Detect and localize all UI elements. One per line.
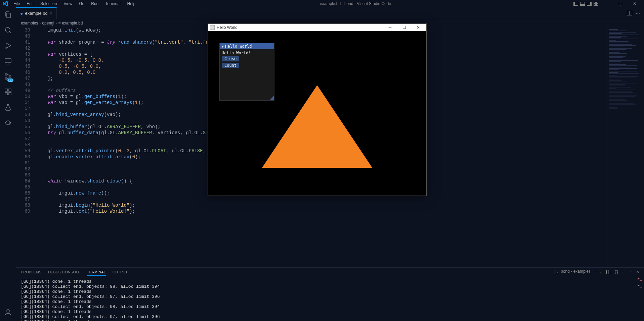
activity-bar: 21	[0, 7, 16, 321]
rendered-triangle	[262, 85, 372, 168]
kill-terminal-icon[interactable]	[614, 270, 618, 276]
svg-rect-24	[555, 270, 559, 274]
svg-rect-20	[9, 89, 11, 91]
split-editor-icon[interactable]	[627, 11, 632, 15]
extensions-icon[interactable]	[3, 87, 13, 97]
panel-tab-output[interactable]: OUTPUT	[113, 270, 128, 275]
panel-tab-terminal[interactable]: TERMINAL	[87, 270, 106, 276]
app-close-button[interactable]: ✕	[412, 25, 424, 30]
window-maximize-button[interactable]	[614, 0, 627, 7]
menu-terminal[interactable]: Terminal	[102, 1, 123, 7]
svg-rect-9	[597, 4, 598, 6]
imgui-title-bar[interactable]: ▼ Hello World	[220, 43, 274, 49]
close-tab-icon[interactable]: ×	[50, 11, 52, 16]
svg-point-21	[7, 310, 9, 312]
svg-rect-19	[9, 93, 11, 95]
svg-point-11	[5, 28, 10, 32]
line-gutter: 3940414243444546474849505152535455565758…	[16, 27, 36, 267]
testing-icon[interactable]	[3, 103, 13, 112]
tab-example-bd[interactable]: ● example.bd ×	[16, 7, 57, 19]
menu-file[interactable]: File	[11, 1, 23, 7]
app-maximize-button[interactable]: ☐	[398, 25, 410, 30]
svg-rect-7	[597, 2, 598, 4]
svg-rect-3	[581, 4, 585, 6]
svg-rect-8	[594, 4, 596, 6]
modified-dot-icon: ●	[20, 11, 23, 16]
search-icon[interactable]	[3, 25, 13, 35]
minimap[interactable]	[607, 27, 644, 267]
explorer-icon[interactable]	[3, 10, 13, 19]
panel-tab-debug[interactable]: DEBUG CONSOLE	[48, 270, 80, 275]
menu-bar: File Edit Selection View Go Run Terminal…	[11, 1, 138, 7]
terminal-dropdown-icon[interactable]: ⌄	[600, 270, 603, 276]
svg-point-16	[9, 76, 11, 77]
menu-help[interactable]: Help	[125, 1, 138, 7]
terminal-task-label[interactable]: bond - examples	[555, 269, 591, 276]
svg-rect-17	[5, 89, 7, 91]
terminal-error-icon[interactable]: ▸_	[638, 276, 642, 281]
layout-sidebar-left-icon[interactable]	[573, 1, 579, 6]
title-bar: File Edit Selection View Go Run Terminal…	[0, 0, 644, 7]
split-terminal-icon[interactable]	[606, 270, 611, 275]
app-title-text: Hello World	[217, 25, 238, 30]
imgui-close-button[interactable]: Close	[222, 56, 239, 61]
breadcrumb-seg[interactable]: examples	[21, 21, 38, 25]
panel-tab-problems[interactable]: PROBLEMS	[21, 270, 41, 275]
collapse-icon[interactable]: ▼	[222, 45, 224, 48]
source-control-badge: 21	[7, 78, 13, 82]
breadcrumb-seg[interactable]: opengl	[42, 21, 54, 25]
share-icon[interactable]	[3, 118, 13, 127]
menu-selection[interactable]: Selection	[38, 1, 59, 7]
svg-rect-10	[619, 2, 622, 5]
editor-tabs: ● example.bd × ⋯	[16, 7, 644, 19]
menu-view[interactable]: View	[61, 1, 75, 7]
window-minimize-button[interactable]: ─	[600, 0, 613, 7]
file-icon: ≡	[58, 21, 60, 25]
task-icon	[555, 270, 559, 274]
maximize-panel-icon[interactable]: ⌃	[629, 270, 633, 276]
more-icon[interactable]: ⋯	[622, 270, 626, 276]
accounts-icon[interactable]	[3, 308, 13, 317]
app-title-bar[interactable]: Hello World ─ ☐ ✕	[208, 24, 426, 31]
vscode-logo-icon	[3, 1, 8, 6]
remote-icon[interactable]	[3, 56, 13, 66]
svg-rect-13	[5, 59, 11, 63]
imgui-count-button[interactable]: Count	[222, 63, 239, 68]
terminal-shell-icon[interactable]: ▸_	[638, 283, 642, 287]
svg-rect-1	[574, 2, 575, 6]
menu-run[interactable]: Run	[88, 1, 101, 7]
imgui-window[interactable]: ▼ Hello World Hello World! Close Count	[219, 43, 274, 101]
window-title: example.bd - bond - Visual Studio Code	[138, 1, 573, 6]
window-close-button[interactable]: ✕	[628, 0, 641, 7]
menu-go[interactable]: Go	[76, 1, 87, 7]
svg-rect-5	[590, 2, 592, 6]
terminal-output[interactable]: [GC](18364) done. 1 threads[GC](18364) c…	[16, 278, 644, 321]
imgui-resize-handle[interactable]	[269, 96, 274, 100]
layout-panel-icon[interactable]	[579, 1, 586, 6]
svg-point-15	[5, 78, 7, 79]
app-minimize-button[interactable]: ─	[384, 25, 396, 30]
menu-edit[interactable]: Edit	[24, 1, 36, 7]
more-actions-icon[interactable]: ⋯	[636, 11, 640, 16]
svg-point-12	[5, 47, 7, 49]
tab-label: example.bd	[25, 11, 47, 16]
layout-customize-icon[interactable]	[593, 1, 599, 6]
app-window: Hello World ─ ☐ ✕ ▼ Hello World Hello Wo…	[208, 23, 427, 196]
bottom-panel: PROBLEMS DEBUG CONSOLE TERMINAL OUTPUT b…	[16, 267, 644, 321]
run-debug-icon[interactable]	[3, 41, 13, 50]
imgui-text: Hello World!	[222, 51, 272, 55]
imgui-title-text: Hello World	[225, 44, 252, 49]
layout-sidebar-right-icon[interactable]	[586, 1, 592, 6]
svg-rect-6	[594, 2, 596, 4]
source-control-icon[interactable]: 21	[3, 72, 13, 81]
svg-rect-18	[5, 93, 7, 95]
app-icon	[210, 25, 215, 30]
close-panel-icon[interactable]: ✕	[636, 270, 639, 276]
breadcrumb-seg[interactable]: example.bd	[62, 21, 83, 25]
app-viewport: ▼ Hello World Hello World! Close Count	[208, 31, 426, 196]
new-terminal-icon[interactable]: +	[594, 270, 596, 276]
svg-point-14	[5, 74, 7, 75]
